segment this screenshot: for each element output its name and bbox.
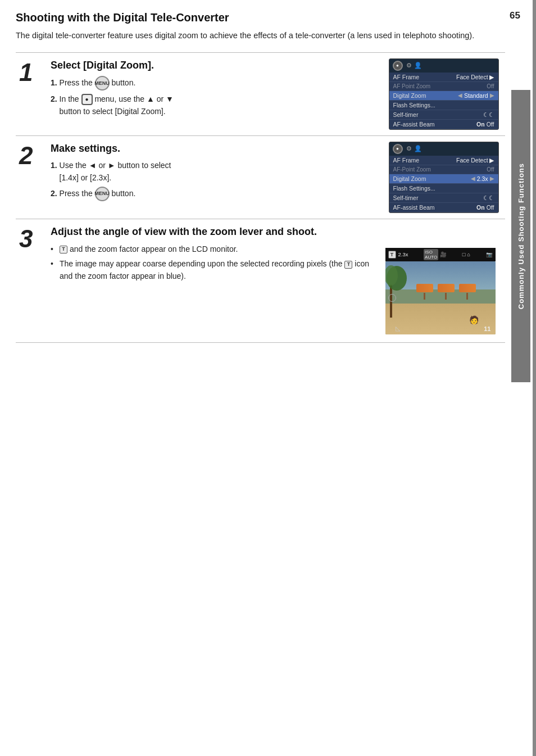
menu-circle-icon-2: ● (393, 144, 403, 154)
menu-row-selftimer-1: Self-timer ☾☾ (389, 110, 498, 120)
sidebar-label-text: Commonly Used Shooting Functions (517, 163, 525, 309)
vf-camera-icon: 📷 (486, 251, 493, 257)
menu-row-digitalzoom-1: Digital Zoom ◀ Standard ▶ (389, 91, 498, 101)
scene-focus-circle (388, 294, 396, 302)
menu-top-bar-2: ● ⚙👤 (389, 142, 498, 156)
menu-button-icon-2: MENU (95, 187, 110, 201)
viewfinder-wrapper: T 2.3x ISOAUTO 🎥 □ ⌂ 📷 (385, 248, 496, 334)
tree-svg (385, 261, 419, 318)
chair-group-2 (438, 284, 455, 300)
step-1-title: Select [Digital Zoom]. (51, 60, 380, 71)
step-2-instructions: 1. Use the ◄ or ► button to select [1.4x… (51, 159, 380, 201)
main-content: Shooting with the Digital Tele-Converter… (16, 0, 505, 343)
scene-face-icon: 🧑 (469, 315, 479, 324)
scene-bracket: ◺ (396, 325, 400, 332)
menu-top-bar-1: ● ⚙👤 (389, 59, 498, 73)
step-2-inst-1: 1. Use the ◄ or ► button to select [1.4x… (51, 159, 380, 184)
menu-tab-icons-1: ⚙👤 (406, 62, 422, 69)
t-icon-1: T (60, 246, 67, 253)
dot-circle-icon: ● (81, 94, 93, 105)
menu-row-flash-2: Flash Settings... (389, 184, 498, 193)
menu-row-afbeam-2: AF-assist Beam On Off (389, 203, 498, 212)
intro-text: The digital tele-converter feature uses … (16, 30, 505, 42)
step-3-body: Adjust the angle of view with the zoom l… (48, 219, 505, 342)
step-1-instructions: 1. Press the MENU button. 2. In the ● me… (51, 76, 380, 118)
scene-number: 11 (484, 325, 490, 332)
step-3-bullet-2: • The image may appear coarse depending … (51, 258, 375, 282)
step-2-body: Make settings. 1. Use the ◄ or ► button … (48, 136, 384, 219)
menu-row-afpoint-2: AF-Point Zoom Off (389, 165, 498, 174)
step-3-lower: • T and the zoom factor appear on the LC… (51, 243, 501, 334)
vf-iso: ISOAUTO 🎥 (424, 249, 447, 260)
step-1-container: 1 Select [Digital Zoom]. 1. Press the ME… (16, 52, 505, 136)
menu-row-af-frame-2: AF Frame Face Detect ▶ (389, 156, 498, 165)
step-1-inst-1: 1. Press the MENU button. (51, 76, 380, 90)
beach-scene: ◺ 🧑 11 (385, 261, 496, 334)
step-3-container: 3 Adjust the angle of view with the zoom… (16, 219, 505, 343)
vf-top-info: T 2.3x ISOAUTO 🎥 □ ⌂ 📷 (385, 248, 496, 261)
chair-group-3 (459, 284, 476, 300)
step-1-image: ● ⚙👤 AF Frame Face Detect ▶ AF Point Zoo… (384, 53, 505, 135)
vf-right-icons: □ ⌂ (462, 251, 470, 257)
right-border (533, 0, 536, 756)
menu-button-icon: MENU (95, 76, 110, 90)
step-3-title: Adjust the angle of view with the zoom l… (51, 226, 501, 238)
vf-t-icon: T (388, 251, 396, 259)
step-2-image: ● ⚙👤 AF Frame Face Detect ▶ AF-Point Zoo… (384, 136, 505, 219)
page-title: Shooting with the Digital Tele-Converter (16, 11, 505, 24)
step-3-lower-text: • T and the zoom factor appear on the LC… (51, 243, 375, 334)
menu-circle-icon-1: ● (393, 61, 403, 71)
step-2-container: 2 Make settings. 1. Use the ◄ or ► butto… (16, 136, 505, 219)
vf-zoom-value: 2.3x (398, 251, 408, 257)
chairs-area (416, 284, 476, 300)
menu-row-afbeam-1: AF-assist Beam On Off (389, 120, 498, 129)
menu-row-selftimer-2: Self-timer ☾☾ (389, 193, 498, 203)
menu-row-af-frame-1: AF Frame Face Detect ▶ (389, 73, 498, 82)
menu-tab-icons-2: ⚙👤 (406, 145, 422, 152)
menu-screen-1: ● ⚙👤 AF Frame Face Detect ▶ AF Point Zoo… (389, 58, 499, 130)
menu-screen-2: ● ⚙👤 AF Frame Face Detect ▶ AF-Point Zoo… (389, 142, 499, 213)
step-3-image-wrapper: T 2.3x ISOAUTO 🎥 □ ⌂ 📷 (380, 243, 501, 334)
step-3-bullet-1: • T and the zoom factor appear on the LC… (51, 243, 375, 256)
step-1-inst-2: 2. In the ● menu, use the ▲ or ▼ button … (51, 93, 380, 118)
sidebar-label: Commonly Used Shooting Functions (511, 90, 530, 382)
menu-row-digitalzoom-2: Digital Zoom ◀ 2.3x ▶ (389, 174, 498, 184)
t-icon-2: T (344, 261, 352, 269)
step-3-number: 3 (16, 219, 48, 342)
page-number: 65 (510, 10, 520, 21)
menu-row-afpoint-1: AF Point Zoom Off (389, 82, 498, 91)
step-1-number: 1 (16, 53, 48, 135)
chair-group-1 (416, 284, 433, 300)
step-2-title: Make settings. (51, 143, 380, 155)
step-2-inst-2: 2. Press the MENU button. (51, 187, 380, 201)
step-1-body: Select [Digital Zoom]. 1. Press the MENU… (48, 53, 384, 135)
menu-row-flash-1: Flash Settings... (389, 101, 498, 110)
step-2-number: 2 (16, 136, 48, 219)
